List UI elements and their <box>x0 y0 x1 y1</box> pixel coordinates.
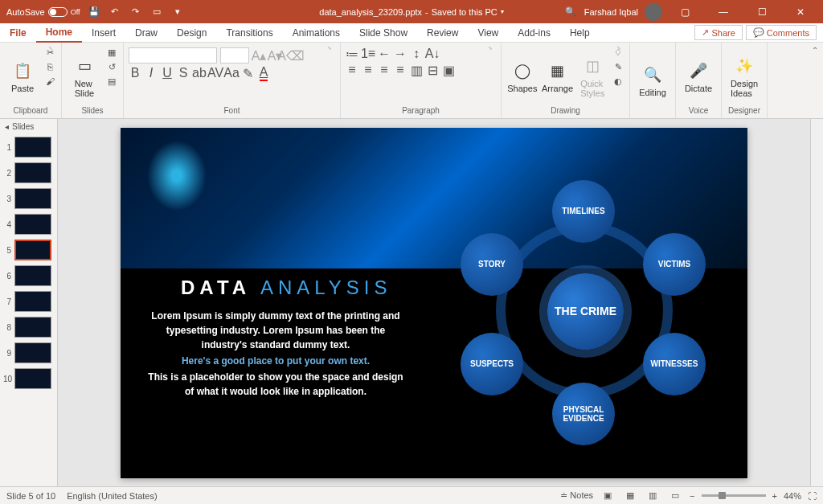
slide-thumbnail-4[interactable]: 4 <box>0 211 57 237</box>
language-status[interactable]: English (United States) <box>67 491 158 501</box>
strike-icon[interactable]: S <box>177 67 190 80</box>
fit-to-window-icon[interactable]: ⛶ <box>808 491 817 501</box>
tab-insert[interactable]: Insert <box>82 24 125 42</box>
paste-button[interactable]: 📋 Paste <box>5 46 40 106</box>
editing-button[interactable]: 🔍Editing <box>635 46 670 115</box>
font-color-icon[interactable]: A <box>257 67 270 80</box>
text-direction-icon[interactable]: A↓ <box>426 47 439 60</box>
tab-review[interactable]: Review <box>417 24 468 42</box>
align-text-icon[interactable]: ⊟ <box>426 64 439 76</box>
maximize-button[interactable]: ☐ <box>746 0 778 23</box>
shapes-button[interactable]: ◯Shapes <box>506 46 538 106</box>
slide-thumbnail-1[interactable]: 1 <box>0 134 57 160</box>
columns-icon[interactable]: ▥ <box>410 64 423 76</box>
tab-file[interactable]: File <box>0 24 36 42</box>
format-painter-icon[interactable]: 🖌 <box>43 75 56 88</box>
diagram-node-evidence[interactable]: PHYSICAL EVIDENCE <box>552 383 615 445</box>
italic-icon[interactable]: I <box>145 67 158 80</box>
slide-thumbnail-9[interactable]: 9 <box>0 340 57 366</box>
layout-icon[interactable]: ▦ <box>105 46 118 59</box>
slide-canvas[interactable]: DATA ANALYSIS Lorem Ipsum is simply dumm… <box>121 128 747 478</box>
tab-addins[interactable]: Add-ins <box>508 24 560 42</box>
line-spacing-icon[interactable]: ↕ <box>410 47 423 60</box>
notes-button[interactable]: ≐ Notes <box>560 490 593 501</box>
case-icon[interactable]: Aa <box>225 67 238 80</box>
increase-font-icon[interactable]: A▴ <box>252 49 265 62</box>
zoom-level[interactable]: 44% <box>784 491 801 501</box>
qat-more-icon[interactable]: ▾ <box>170 5 185 19</box>
increase-indent-icon[interactable]: → <box>394 47 407 60</box>
clear-format-icon[interactable]: A⌫ <box>285 49 297 62</box>
comments-button[interactable]: 💬 Comments <box>746 25 817 40</box>
font-size-input[interactable] <box>220 47 249 64</box>
collapse-ribbon-icon[interactable]: ⌃ <box>807 43 823 118</box>
tab-help[interactable]: Help <box>560 24 600 42</box>
font-name-input[interactable] <box>129 47 217 64</box>
copy-icon[interactable]: ⎘ <box>43 60 56 73</box>
reading-view-icon[interactable]: ▥ <box>645 490 661 502</box>
slide-thumbnail-3[interactable]: 3 <box>0 186 57 211</box>
share-button[interactable]: ↗ Share <box>694 25 742 40</box>
tab-view[interactable]: View <box>468 24 508 42</box>
arrange-button[interactable]: ▦Arrange <box>542 46 574 106</box>
minimize-button[interactable]: — <box>707 0 739 23</box>
sorter-view-icon[interactable]: ▦ <box>622 490 638 502</box>
design-ideas-button[interactable]: ✨Design Ideas <box>727 46 762 106</box>
close-button[interactable]: ✕ <box>784 0 817 23</box>
tab-transitions[interactable]: Transitions <box>216 24 282 42</box>
align-right-icon[interactable]: ≡ <box>378 64 391 76</box>
ribbon-options-icon[interactable]: ▢ <box>669 0 701 23</box>
diagram-node-story[interactable]: STORY <box>461 233 523 296</box>
slide-thumbnail-5[interactable]: 5 <box>0 237 57 263</box>
underline-icon[interactable]: U <box>161 67 174 80</box>
bold-icon[interactable]: B <box>129 67 141 80</box>
section-icon[interactable]: ▤ <box>105 75 118 88</box>
slide-title[interactable]: DATA ANALYSIS <box>181 277 391 299</box>
user-avatar[interactable] <box>645 3 662 21</box>
tab-slideshow[interactable]: Slide Show <box>350 24 417 42</box>
zoom-out-button[interactable]: − <box>690 491 694 501</box>
shape-effects-icon[interactable]: ◐ <box>612 75 624 88</box>
vertical-scrollbar[interactable] <box>810 119 823 486</box>
slide-counter[interactable]: Slide 5 of 10 <box>6 491 55 501</box>
reset-icon[interactable]: ↺ <box>105 60 118 73</box>
save-icon[interactable]: 💾 <box>87 5 101 19</box>
decrease-indent-icon[interactable]: ← <box>378 47 391 60</box>
smartart-icon[interactable]: ▣ <box>442 64 455 76</box>
diagram-node-suspects[interactable]: SUSPECTS <box>461 333 523 395</box>
slide-thumbnail-7[interactable]: 7 <box>0 289 57 314</box>
align-center-icon[interactable]: ≡ <box>362 64 375 76</box>
tab-draw[interactable]: Draw <box>125 24 167 42</box>
diagram-node-witnesses[interactable]: WITNESSES <box>643 333 706 395</box>
dictate-button[interactable]: 🎤Dictate <box>681 46 716 106</box>
bullets-icon[interactable]: ≔ <box>346 47 358 60</box>
align-left-icon[interactable]: ≡ <box>346 64 358 76</box>
diagram-node-victims[interactable]: VICTIMS <box>643 233 706 296</box>
quick-styles-button[interactable]: ◫Quick Styles <box>576 46 608 106</box>
diagram-center[interactable]: THE CRIME <box>547 273 624 350</box>
tab-home[interactable]: Home <box>36 23 82 43</box>
search-icon[interactable]: 🔍 <box>563 5 578 19</box>
slide-thumbnail-6[interactable]: 6 <box>0 263 57 289</box>
zoom-slider[interactable] <box>702 494 766 497</box>
zoom-in-button[interactable]: + <box>772 491 777 501</box>
highlight-icon[interactable]: ✎ <box>241 67 254 80</box>
slide-canvas-area[interactable]: DATA ANALYSIS Lorem Ipsum is simply dumm… <box>58 119 810 486</box>
username[interactable]: Farshad Iqbal <box>584 7 638 17</box>
slide-thumbnail-8[interactable]: 8 <box>0 314 57 340</box>
tab-animations[interactable]: Animations <box>283 24 350 42</box>
numbering-icon[interactable]: 1≡ <box>362 47 375 60</box>
new-slide-button[interactable]: ▭ New Slide <box>67 46 102 106</box>
shape-outline-icon[interactable]: ✎ <box>612 60 624 73</box>
justify-icon[interactable]: ≡ <box>394 64 407 76</box>
redo-icon[interactable]: ↷ <box>129 5 143 19</box>
shadow-icon[interactable]: ab <box>193 67 206 80</box>
slide-thumbnail-2[interactable]: 2 <box>0 160 57 186</box>
autosave-toggle[interactable]: AutoSave Off <box>6 7 80 17</box>
slides-panel-header[interactable]: ◂ Slides <box>0 119 57 134</box>
normal-view-icon[interactable]: ▣ <box>600 490 616 502</box>
spacing-icon[interactable]: AV <box>209 67 222 80</box>
slide-diagram[interactable]: THE CRIME TIMELINES VICTIMS WITNESSES PH… <box>446 172 719 445</box>
start-slideshow-icon[interactable]: ▭ <box>149 5 164 19</box>
diagram-node-timelines[interactable]: TIMELINES <box>552 180 615 243</box>
